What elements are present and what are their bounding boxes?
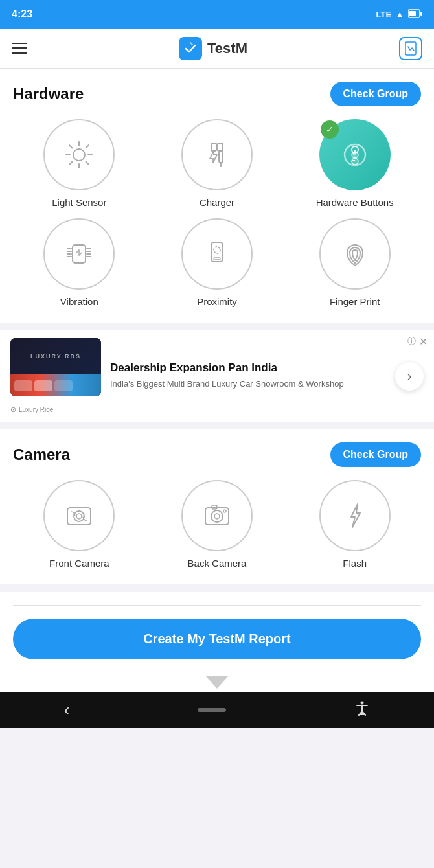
svg-rect-15 [219, 151, 223, 163]
hardware-check-group-button[interactable]: Check Group [330, 82, 421, 106]
vibration-label: Vibration [60, 296, 98, 307]
report-icon-button[interactable] [399, 37, 422, 60]
light-sensor-item[interactable]: Light Sensor [13, 119, 146, 208]
hardware-buttons-item[interactable]: ✓ + − Hardware Buttons [288, 119, 421, 208]
svg-line-11 [86, 145, 89, 148]
svg-point-45 [214, 514, 220, 519]
charger-label: Charger [200, 197, 234, 208]
back-button[interactable]: ‹ [63, 700, 69, 720]
bottom-indicator [0, 672, 434, 692]
time: 4:23 [12, 8, 32, 20]
back-camera-label: Back Camera [188, 558, 247, 569]
front-camera-label: Front Camera [49, 558, 109, 569]
ad-image-top: LUXURY RDS [10, 338, 101, 374]
svg-line-12 [69, 162, 73, 165]
ad-close-button[interactable]: ✕ [419, 336, 428, 348]
vibration-item[interactable]: Vibration [13, 218, 146, 307]
flash-item[interactable]: Flash [288, 480, 421, 569]
ad-arrow-button[interactable]: › [395, 362, 424, 391]
svg-point-23 [352, 158, 358, 165]
proximity-circle [181, 218, 253, 290]
status-icons: LTE ▲ [376, 9, 422, 20]
proximity-item[interactable]: Proximity [151, 218, 284, 307]
camera-section-header: Camera Check Group [13, 442, 421, 467]
svg-line-10 [86, 162, 89, 165]
battery-icon [408, 9, 422, 20]
hardware-buttons-circle: ✓ + − [319, 119, 391, 190]
camera-title: Camera [13, 446, 70, 464]
ad-brand: ⊙ Luxury Ride [10, 405, 101, 414]
app-header: TestM [0, 29, 434, 69]
front-camera-item[interactable]: Front Camera [13, 480, 146, 569]
svg-rect-39 [214, 258, 220, 260]
svg-rect-37 [211, 242, 223, 262]
hardware-title: Hardware [13, 85, 84, 103]
main-content: Hardware Check Group [0, 69, 434, 692]
swipe-indicator [205, 676, 229, 689]
hardware-buttons-label: Hardware Buttons [316, 197, 394, 208]
advertisement: LUXURY RDS ⊙ Luxury Ride Dealership Expa… [0, 330, 434, 422]
charger-circle [181, 119, 253, 190]
hardware-section-header: Hardware Check Group [13, 82, 421, 106]
signal-icon: ▲ [395, 9, 404, 19]
svg-rect-1 [409, 11, 416, 16]
lte-icon: LTE [376, 10, 392, 19]
svg-line-9 [69, 145, 73, 148]
finger-print-item[interactable]: Finger Print [288, 218, 421, 307]
ad-text: Dealership Expansion Pan India India's B… [110, 361, 386, 390]
svg-rect-2 [420, 12, 422, 16]
status-bar: 4:23 LTE ▲ [0, 0, 434, 29]
ad-image-cars [10, 374, 101, 396]
svg-point-47 [223, 510, 226, 512]
back-camera-circle [181, 480, 253, 551]
device-nav-bar: ‹ [0, 692, 434, 728]
flash-label: Flash [343, 558, 367, 569]
ad-info-icon[interactable]: ⓘ [407, 336, 416, 347]
camera-items-grid: Front Camera Back Camera [13, 480, 421, 569]
hardware-section: Hardware Check Group [0, 69, 434, 323]
flash-circle [319, 480, 391, 551]
menu-button[interactable] [12, 43, 27, 54]
app-name: TestM [207, 40, 247, 57]
accessibility-button[interactable] [354, 700, 371, 720]
svg-point-41 [74, 511, 84, 521]
light-sensor-circle [43, 119, 115, 190]
home-button[interactable] [198, 708, 226, 712]
divider [13, 605, 421, 606]
svg-point-42 [76, 514, 82, 519]
svg-rect-40 [67, 508, 91, 525]
svg-point-4 [73, 149, 85, 161]
svg-point-38 [214, 247, 220, 253]
create-report-button[interactable]: Create My TestM Report [13, 619, 421, 659]
camera-section: Camera Check Group Front Camera [0, 429, 434, 584]
ad-title: Dealership Expansion Pan India [110, 361, 386, 374]
back-camera-item[interactable]: Back Camera [151, 480, 284, 569]
ad-image: LUXURY RDS [10, 338, 101, 396]
ad-description: India's Biggest Multi Brand Luxury Car S… [110, 378, 386, 390]
svg-point-44 [211, 510, 223, 522]
camera-check-group-button[interactable]: Check Group [330, 442, 421, 467]
hardware-items-grid: Light Sensor Charger ✓ [13, 119, 421, 307]
charger-item[interactable]: Charger [151, 119, 284, 208]
vibration-circle [43, 218, 115, 290]
svg-rect-14 [218, 143, 223, 151]
hardware-buttons-check: ✓ [321, 120, 339, 139]
svg-point-48 [360, 702, 363, 705]
svg-rect-13 [211, 143, 216, 151]
app-logo: TestM [179, 37, 247, 60]
proximity-label: Proximity [197, 296, 237, 307]
finger-print-label: Finger Print [330, 296, 380, 307]
light-sensor-label: Light Sensor [52, 197, 106, 208]
logo-icon [179, 37, 202, 60]
finger-print-circle [319, 218, 391, 290]
front-camera-circle [43, 480, 115, 551]
bottom-section: Create My TestM Report [0, 592, 434, 672]
